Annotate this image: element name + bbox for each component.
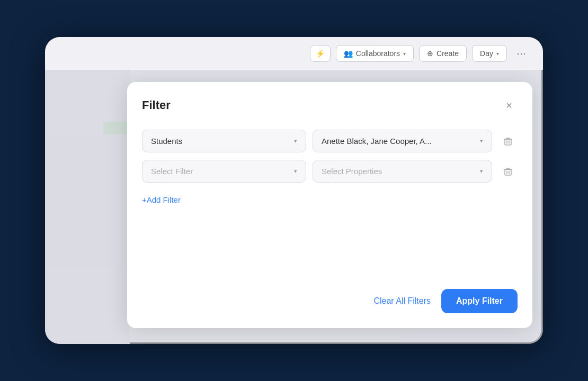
create-plus-icon: ⊕ <box>427 49 433 58</box>
modal-footer: Clear All Filters Apply Filter <box>142 289 518 313</box>
svg-rect-0 <box>505 139 511 145</box>
properties-chevron-icon: ▾ <box>480 138 483 144</box>
filter-select-students[interactable]: Students ▾ <box>142 130 306 152</box>
modal-title: Filter <box>142 98 171 112</box>
filter-rows-container: Students ▾ Anette Black, Jane Cooper, A.… <box>142 130 518 183</box>
filter-select-2-chevron-icon: ▾ <box>294 168 297 175</box>
collaborators-icon: 👥 <box>344 49 353 58</box>
day-chevron-icon: ▾ <box>496 51 499 57</box>
svg-rect-1 <box>505 169 511 175</box>
properties-2-chevron-icon: ▾ <box>480 168 483 175</box>
filter-row: Students ▾ Anette Black, Jane Cooper, A.… <box>142 130 518 152</box>
properties-select-row2[interactable]: Select Properties ▾ <box>313 160 492 183</box>
filter-select-label: Students <box>151 137 182 146</box>
filter-row-2: Select Filter ▾ Select Properties ▾ <box>142 160 518 183</box>
device-frame: ⚡ 👥 Collaborators ▾ ⊕ Create Day ▾ ⋯ Fil… <box>45 37 543 344</box>
filter-select-placeholder[interactable]: Select Filter ▾ <box>142 160 306 183</box>
day-button[interactable]: Day ▾ <box>472 45 507 62</box>
filter-toolbar-button[interactable]: ⚡ <box>310 45 331 62</box>
apply-filter-button[interactable]: Apply Filter <box>441 289 518 313</box>
filter-icon: ⚡ <box>316 49 325 58</box>
create-button[interactable]: ⊕ Create <box>419 45 467 62</box>
properties-select-row1[interactable]: Anette Black, Jane Cooper, A... ▾ <box>313 130 492 152</box>
collaborators-label: Collaborators <box>356 49 400 58</box>
trash-icon <box>503 137 513 146</box>
filter-select-chevron-icon: ▾ <box>294 138 297 144</box>
add-filter-button[interactable]: +Add Filter <box>142 193 181 206</box>
more-options-button[interactable]: ⋯ <box>512 44 530 62</box>
modal-header: Filter × <box>142 97 518 114</box>
delete-row1-button[interactable] <box>498 132 518 151</box>
collaborators-button[interactable]: 👥 Collaborators ▾ <box>336 45 414 62</box>
create-label: Create <box>436 49 459 58</box>
top-bar: ⚡ 👥 Collaborators ▾ ⊕ Create Day ▾ ⋯ <box>45 37 543 70</box>
modal-close-button[interactable]: × <box>501 97 518 114</box>
collaborators-chevron-icon: ▾ <box>403 51 406 57</box>
filter-modal: Filter × Students ▾ Anette Black, Jane C… <box>127 82 532 328</box>
close-icon: × <box>506 99 512 112</box>
properties-placeholder-label: Select Properties <box>322 167 476 176</box>
modal-overlay: Filter × Students ▾ Anette Black, Jane C… <box>45 66 543 344</box>
more-dots-icon: ⋯ <box>516 48 526 59</box>
delete-row2-button[interactable] <box>498 162 518 181</box>
properties-value-label: Anette Black, Jane Cooper, A... <box>322 137 476 146</box>
day-label: Day <box>480 49 493 58</box>
filter-select-placeholder-label: Select Filter <box>151 167 193 176</box>
trash-2-icon <box>503 167 513 176</box>
clear-all-filters-button[interactable]: Clear All Filters <box>373 296 431 306</box>
